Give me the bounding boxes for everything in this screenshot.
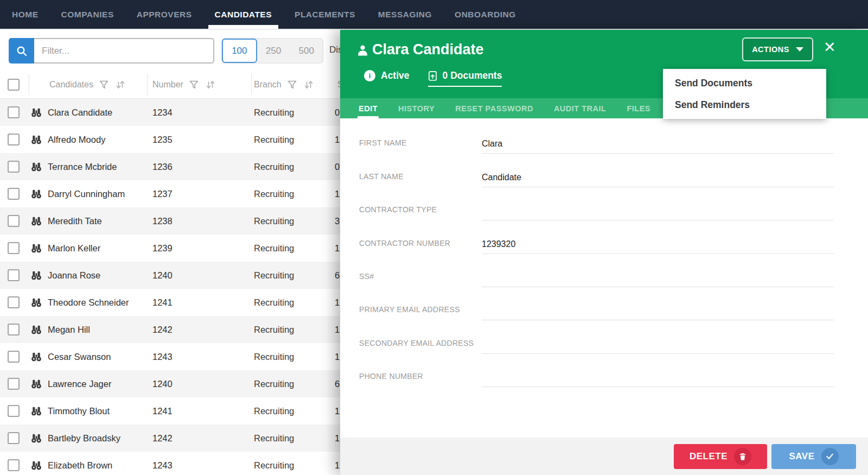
actions-dropdown-menu: Send Documents Send Reminders [663, 69, 826, 119]
checkbox[interactable] [8, 161, 20, 173]
checkbox[interactable] [8, 215, 20, 227]
panel-tab[interactable]: EDIT [359, 98, 378, 118]
panel-tab[interactable]: AUDIT TRAIL [554, 98, 607, 118]
documents-link[interactable]: 0 Documents [428, 70, 502, 87]
binoculars-icon [30, 270, 42, 281]
candidate-name: Meredith Tate [48, 216, 102, 226]
candidate-number: 1243 [152, 352, 173, 362]
candidate-name: Lawrence Jager [48, 379, 111, 389]
row-checkbox[interactable] [8, 188, 20, 200]
form-field-input[interactable]: Candidate [482, 173, 834, 187]
delete-button[interactable]: DELETE [674, 444, 767, 469]
truncated-cell: 6 [335, 379, 340, 389]
row-checkbox[interactable] [8, 215, 20, 227]
filter-funnel-icon[interactable] [288, 80, 297, 89]
sort-arrows-icon[interactable] [114, 79, 126, 90]
form-field-input[interactable]: Clara [482, 139, 834, 154]
nav-item[interactable]: HOME [9, 0, 42, 29]
form-field: SECONDARY EMAIL ADDRESS [340, 327, 868, 360]
form-field-label: SS# [359, 272, 374, 281]
document-upload-icon [428, 70, 437, 81]
checkbox[interactable] [8, 324, 20, 335]
page-size-option[interactable]: 500 [290, 39, 323, 63]
filter-input[interactable] [34, 38, 214, 64]
actions-button[interactable]: ACTIONS [742, 37, 813, 61]
candidate-number: 1241 [152, 297, 173, 308]
search-group [9, 38, 214, 64]
form-field-input[interactable]: 1239320 [482, 239, 834, 254]
row-checkbox[interactable] [8, 269, 20, 281]
form-field: CONTRACTOR TYPE [340, 194, 868, 227]
row-checkbox[interactable] [8, 351, 20, 363]
form-field-label: SECONDARY EMAIL ADDRESS [359, 339, 474, 347]
person-icon [355, 43, 370, 60]
page-size-option[interactable]: 250 [257, 39, 290, 63]
row-checkbox[interactable] [8, 106, 20, 118]
filter-funnel-icon[interactable] [189, 80, 199, 89]
row-checkbox[interactable] [8, 378, 20, 390]
checkbox[interactable] [8, 432, 20, 444]
row-checkbox[interactable] [8, 324, 20, 335]
panel-tab[interactable]: RESET PASSWORD [455, 98, 533, 118]
checkbox[interactable] [8, 242, 20, 254]
checkbox[interactable] [8, 459, 20, 471]
row-checkbox[interactable] [8, 432, 20, 444]
candidate-name: Marlon Keller [48, 243, 100, 254]
nav-item[interactable]: ONBOARDING [451, 0, 519, 29]
nav-item-label: COMPANIES [61, 10, 114, 20]
checkbox[interactable] [8, 351, 20, 363]
status-row: i Active 0 Documents [364, 70, 502, 87]
filter-funnel-icon[interactable] [99, 80, 108, 89]
candidate-name: Bartleby Broadsky [48, 433, 120, 444]
nav-item[interactable]: CANDIDATES [212, 0, 275, 29]
nav-item-label: PLACEMENTS [295, 10, 355, 20]
row-checkbox[interactable] [8, 134, 20, 145]
candidate-name: Terrance Mcbride [48, 162, 117, 172]
binoculars-icon [30, 460, 42, 471]
page-size-option[interactable]: 100 [222, 39, 257, 63]
nav-item[interactable]: MESSAGING [375, 0, 435, 29]
panel-tab[interactable]: FILES [627, 98, 650, 118]
form-field-input[interactable] [482, 306, 834, 320]
form-field-input[interactable] [482, 206, 834, 220]
checkbox[interactable] [8, 106, 20, 118]
menu-item[interactable]: Send Reminders [663, 94, 826, 116]
truncated-cell: 1 [335, 189, 340, 199]
truncated-cell: 1 [335, 243, 340, 254]
checkbox[interactable] [8, 378, 20, 390]
form-field: CONTRACTOR NUMBER 1239320 [340, 227, 868, 260]
checkbox[interactable] [8, 188, 20, 200]
menu-item[interactable]: Send Documents [663, 72, 826, 94]
form-field-label: PHONE NUMBER [359, 372, 423, 381]
form-field-input[interactable] [482, 372, 834, 387]
row-checkbox[interactable] [8, 459, 20, 471]
form-field-input[interactable] [482, 273, 834, 287]
binoculars-icon [30, 324, 42, 335]
checkbox[interactable] [8, 269, 20, 281]
page-size-label: 100 [232, 46, 247, 56]
close-icon[interactable]: ✕ [824, 40, 836, 55]
candidate-name: Alfredo Moody [48, 135, 105, 145]
row-checkbox[interactable] [8, 405, 20, 417]
nav-item[interactable]: PLACEMENTS [291, 0, 359, 29]
nav-item[interactable]: COMPANIES [58, 0, 117, 29]
candidate-name: Megan Hill [48, 325, 90, 335]
checkbox[interactable] [8, 405, 20, 417]
save-button[interactable]: SAVE [771, 444, 856, 469]
panel-tab[interactable]: HISTORY [398, 98, 435, 118]
status-active: i Active [364, 70, 410, 81]
checkbox[interactable] [8, 134, 20, 145]
row-checkbox[interactable] [8, 296, 20, 308]
search-button[interactable] [9, 38, 34, 64]
form-field-input[interactable] [482, 339, 834, 354]
candidate-branch: Recruiting [254, 135, 294, 145]
candidate-number: 1240 [152, 270, 173, 281]
sort-arrows-icon[interactable] [205, 79, 216, 90]
sort-arrows-icon[interactable] [303, 79, 315, 90]
checkbox[interactable] [8, 296, 20, 308]
row-checkbox[interactable] [8, 242, 20, 254]
candidate-branch: Recruiting [254, 379, 294, 389]
nav-item[interactable]: APPROVERS [133, 0, 195, 29]
column-header: Candidates [49, 71, 126, 98]
row-checkbox[interactable] [8, 161, 20, 173]
